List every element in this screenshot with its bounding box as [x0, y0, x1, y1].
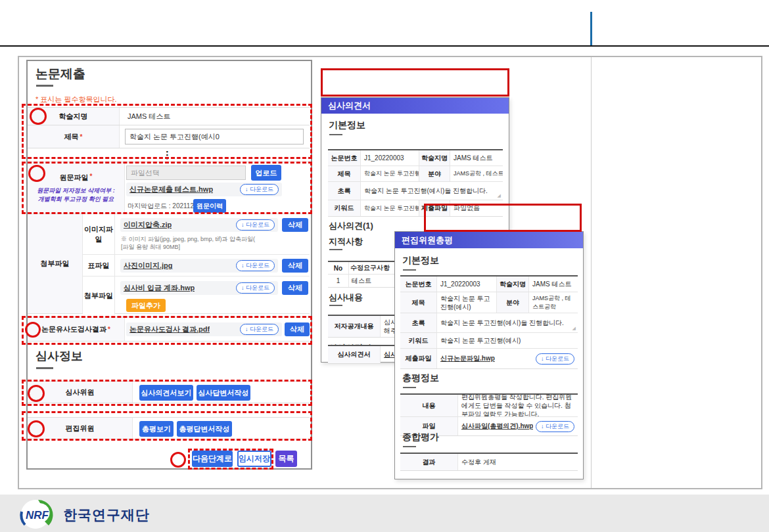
cell-value: 학술지 논문 투고진행(예시): [437, 292, 496, 313]
cell-label: 키워드: [400, 333, 437, 348]
section-underline: [329, 134, 342, 135]
footer-bar: NRF 한국연구재단: [0, 495, 769, 532]
file-select-input[interactable]: 파일선택: [126, 166, 246, 180]
etc-file-link[interactable]: 심사비 입금 계좌.hwp: [124, 283, 195, 293]
title-input[interactable]: 학술지 논문 투고진행(예시0: [125, 129, 304, 144]
page: 논문제출 * 표시는 필수항목입니다. 학술지명 JAMS 테스트 제목* 학술…: [0, 0, 769, 532]
delete-button[interactable]: 삭제: [282, 281, 308, 295]
cell-value: 학술지 논문 투고진행(예시): [361, 166, 419, 181]
table-row: 초록 학술지 논문 투고진행(예시)을 진행합니다. ◢: [328, 182, 503, 200]
cell-label: 초록: [328, 182, 361, 200]
original-file-link[interactable]: 신규논문제출 테스트.hwp: [129, 185, 213, 194]
write-summary-reply-button[interactable]: 총평답변서작성: [177, 421, 232, 437]
nrf-logo: NRF: [18, 499, 62, 532]
summary-info-table: 내용 편집위원총평을 작성합니다. 편집위원에게도 답변을 작성할 수 있습니다…: [400, 393, 578, 436]
view-summary-button[interactable]: 총평보기: [139, 421, 174, 437]
similarity-file-link[interactable]: 논문유사도검사 결과.pdf: [129, 324, 210, 334]
cell-value: JAMS 테스트: [450, 150, 503, 166]
review-content-title: 심사내용: [329, 292, 363, 303]
table-row: 초록 학술지 논문 투고진행(예시)을 진행합니다. ◢: [400, 313, 578, 333]
download-pill-button[interactable]: ↓ 다운로드: [236, 219, 275, 231]
download-pill-button[interactable]: ↓ 다운로드: [536, 421, 574, 432]
original-file-chip: 신규논문제출 테스트.hwp ↓ 다운로드: [126, 183, 282, 196]
submitted-file-link[interactable]: 신규논문파일.hwp: [440, 354, 495, 363]
title-label: 제목: [64, 132, 79, 142]
table-row: 논문번호 J1_20220003 학술지명 JAMS 테스트: [328, 150, 503, 166]
resize-handle-icon[interactable]: ◢: [498, 193, 501, 198]
cell-value: 학술지 논문 투고진행(예시)을 진행합니다.: [437, 313, 578, 332]
delete-button[interactable]: 삭제: [282, 259, 308, 273]
image-file-link[interactable]: 이미지압축.zip: [124, 220, 172, 230]
image-file-note: ※ 이미지 파일(jpg, jpeg, png, bmp, tif)과 압축파일…: [121, 235, 255, 251]
annotation-red-box-2: [424, 204, 582, 232]
table-row: 결과 수정후 게재: [400, 454, 578, 470]
editor-row: 편집위원 총평보기 총평답변서작성: [28, 417, 310, 439]
image-file-chip: 이미지압축.zip ↓ 다운로드: [120, 218, 278, 232]
download-pill-button[interactable]: ↓ 다운로드: [536, 353, 574, 365]
review-info-title: 심사정보: [35, 348, 83, 364]
temp-save-button[interactable]: 임시저장: [237, 451, 271, 467]
cell-value: 학술지 논문 투고진행(예시)을 진행합니다.: [361, 182, 503, 200]
list-button[interactable]: 목록: [275, 451, 297, 467]
similarity-row: 논문유사도검사결과* 논문유사도검사 결과.pdf ↓ 다운로드 삭제: [28, 317, 310, 342]
upload-button[interactable]: 업로드: [251, 165, 281, 181]
svg-text:NRF: NRF: [26, 509, 49, 521]
resize-handle-icon[interactable]: ◢: [572, 326, 576, 331]
opinion-count-title: 심사의견(1): [329, 220, 373, 232]
delete-button[interactable]: 삭제: [282, 218, 308, 232]
title-underline: [36, 85, 53, 87]
review-opinion-panel-header: 심사의견서: [321, 98, 509, 114]
similarity-label: 논문유사도검사결과: [41, 324, 106, 334]
title-label-cell: 제목*: [28, 125, 120, 148]
delete-button[interactable]: 삭제: [285, 322, 310, 336]
annotation-red-box-1: [321, 68, 509, 97]
write-review-reply-button[interactable]: 심사답변서작성: [197, 385, 250, 401]
summary-info-title: 총평정보: [402, 372, 439, 384]
cell-label: 초록: [400, 313, 437, 332]
cell-value: 수정후 게재: [458, 454, 578, 470]
etc-file-label: 첨부파일: [83, 277, 115, 315]
cell-label: 분야: [419, 166, 450, 181]
cell-value: 학술지 논문 투고진행(예시): [437, 333, 578, 348]
section-underline: [329, 249, 342, 250]
table-row: 내용 편집위원총평을 작성합니다. 편집위원에게도 답변을 작성할 수 있습니다…: [400, 395, 578, 417]
section-underline: [403, 387, 416, 388]
view-review-opinion-button[interactable]: 심사의견서보기: [139, 385, 193, 401]
download-pill-button[interactable]: ↓ 다운로드: [236, 282, 275, 294]
table-row: 제목 학술지 논문 투고진행(예시) 분야 JAMS공학 , 테스트공학: [400, 292, 578, 313]
original-history-button[interactable]: 원문이력: [193, 199, 226, 213]
cell-value: JAMS공학 , 테스트공학: [450, 166, 503, 181]
points-title: 지적사항: [329, 236, 363, 248]
cell-value: JAMS공학 , 테스트공학: [529, 292, 578, 313]
journal-label: 학술지명: [28, 108, 120, 125]
submission-form-panel: 논문제출 * 표시는 필수항목입니다. 학술지명 JAMS 테스트 제목* 학술…: [26, 60, 312, 470]
next-step-button[interactable]: 다음단계로: [192, 451, 233, 467]
etc-file-chip: 심사비 입금 계좌.hwp ↓ 다운로드: [120, 281, 278, 295]
add-file-button[interactable]: 파일추가: [126, 299, 166, 312]
cell-label: 제출파일: [400, 349, 437, 368]
journal-value: JAMS 테스트: [128, 108, 170, 125]
table-file-link[interactable]: 사진이미지.jpg: [124, 261, 173, 271]
attachments-row: 첨부파일 이미지파일 이미지압축.zip ↓ 다운로드 삭제 ※ 이미지 파일(…: [28, 213, 310, 314]
table-row: 논문번호 J1_20220003 학술지명 JAMS 테스트: [400, 277, 578, 292]
cell-label: 제목: [400, 292, 437, 313]
top-divider-line: [0, 45, 769, 47]
cell-value: J1_20220003: [361, 150, 419, 166]
table-row: 키워드 학술지 논문 투고진행(예시): [400, 333, 578, 349]
column-header: No: [328, 262, 349, 274]
basic-info-table: 논문번호 J1_20220003 학술지명 JAMS 테스트 제목 학술지 논문…: [400, 275, 578, 369]
cell-value: 심사파일(총평의견).hwp ↓ 다운로드: [458, 417, 578, 435]
download-pill-button[interactable]: ↓ 다운로드: [236, 260, 275, 271]
summary-file-link[interactable]: 심사파일(총평의견).hwp: [461, 422, 533, 431]
download-pill-button[interactable]: ↓ 다운로드: [240, 324, 279, 335]
table-row: 제목 학술지 논문 투고진행(예시) 분야 JAMS공학 , 테스트공학: [328, 166, 503, 182]
review-title-underline: [36, 367, 53, 369]
image-file-label: 이미지파일: [83, 214, 115, 254]
journal-row: 학술지명 JAMS 테스트: [28, 107, 310, 125]
basic-info-title: 기본정보: [329, 120, 365, 131]
similarity-label-cell: 논문유사도검사결과*: [28, 317, 125, 341]
cell-value: 편집위원총평을 작성합니다. 편집위원에게도 답변을 작성할 수 있습니다. 첨…: [458, 395, 578, 416]
reviewer-label: 심사위원: [28, 382, 133, 403]
download-pill-button[interactable]: ↓ 다운로드: [240, 184, 279, 195]
cell-label: 저자공개내용: [328, 316, 381, 337]
